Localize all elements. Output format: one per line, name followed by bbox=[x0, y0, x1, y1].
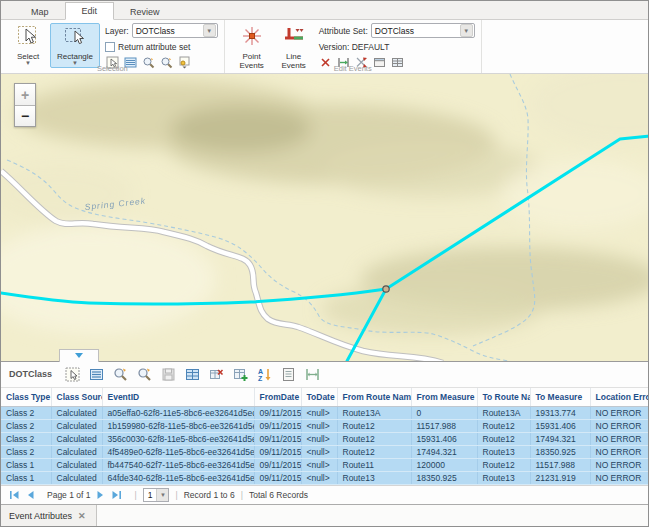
route-junction-marker[interactable] bbox=[383, 286, 389, 292]
table-cell: Class 2 bbox=[1, 433, 51, 446]
fit-columns-icon[interactable] bbox=[304, 366, 321, 382]
table-cell: 09/11/2015 bbox=[254, 420, 301, 433]
column-header[interactable]: To Measure bbox=[530, 388, 590, 407]
table-cell: fb447540-62f7-11e5-8bc6-ee32641d5ec9 bbox=[102, 459, 254, 472]
layer-combobox[interactable]: DOTClass ▼ bbox=[132, 23, 218, 38]
return-attribute-set-checkbox[interactable] bbox=[105, 42, 115, 52]
table-body: Class 2Calculateda05effa0-62f8-11e5-8bc6… bbox=[1, 407, 648, 485]
save-icon[interactable] bbox=[160, 366, 177, 382]
table-row[interactable]: Class 1Calculatedfb447540-62f7-11e5-8bc6… bbox=[1, 459, 648, 472]
tab-map[interactable]: Map bbox=[15, 4, 65, 20]
bottom-tabbar: Event Attributes ✕ bbox=[1, 504, 648, 526]
edit-events-group-label: Edit Events bbox=[225, 64, 481, 73]
table-cell: 0 bbox=[411, 407, 477, 420]
page-select[interactable]: 1 ▼ bbox=[143, 488, 170, 502]
column-header[interactable]: EventID bbox=[102, 388, 254, 407]
basemap: Spring Creek bbox=[1, 74, 648, 361]
table-cell: 17494.321 bbox=[411, 446, 477, 459]
table-cell: 356c0030-62f8-11e5-8bc6-ee32641d5ec9 bbox=[102, 433, 254, 446]
return-attribute-set-label: Return attribute set bbox=[118, 42, 190, 52]
attribute-panel: DOTClass bbox=[1, 361, 648, 505]
table-row[interactable]: Class 2Calculated1b159980-62f8-11e5-8bc6… bbox=[1, 420, 648, 433]
column-header[interactable]: Class Type bbox=[1, 388, 51, 407]
table-cell: 09/11/2015 bbox=[254, 459, 301, 472]
table-cell: NO ERROR bbox=[590, 433, 648, 446]
select-features-icon[interactable] bbox=[64, 366, 81, 382]
table-cell: Route12 bbox=[337, 446, 411, 459]
select-tool-icon bbox=[17, 25, 39, 51]
table-row[interactable]: Class 2Calculated4f5489e0-62f8-11e5-8bc6… bbox=[1, 446, 648, 459]
column-header[interactable]: To Route Name bbox=[477, 388, 530, 407]
column-header[interactable]: Class Source bbox=[51, 388, 102, 407]
column-header[interactable]: From Route Name bbox=[337, 388, 411, 407]
table-cell: a05effa0-62f8-11e5-8bc6-ee32641d5ec9 bbox=[102, 407, 254, 420]
column-header[interactable]: From Measure bbox=[411, 388, 477, 407]
options-menu-icon[interactable] bbox=[88, 366, 105, 382]
table-cell: Route12 bbox=[337, 420, 411, 433]
page-select-value: 1 bbox=[144, 490, 157, 500]
column-header[interactable]: FromDate bbox=[254, 388, 301, 407]
sort-icon[interactable]: AZ bbox=[256, 366, 273, 382]
next-page-button[interactable] bbox=[96, 490, 105, 500]
pagination-separator: | bbox=[175, 490, 177, 500]
table-cell: NO ERROR bbox=[590, 472, 648, 485]
select-button[interactable]: Select ▼ bbox=[8, 23, 48, 68]
selection-group-label: Selection bbox=[1, 64, 224, 73]
table-cell: 09/11/2015 bbox=[254, 472, 301, 485]
table-cell: Class 1 bbox=[1, 472, 51, 485]
zoom-in-button[interactable]: + bbox=[15, 84, 35, 105]
table-cell: <null> bbox=[301, 472, 337, 485]
table-cell: NO ERROR bbox=[590, 407, 648, 420]
tab-event-attributes[interactable]: Event Attributes ✕ bbox=[1, 505, 97, 526]
table-cell: 15931.406 bbox=[530, 420, 590, 433]
table-row[interactable]: Class 2Calculated356c0030-62f8-11e5-8bc6… bbox=[1, 433, 648, 446]
table-cell: 09/11/2015 bbox=[254, 407, 301, 420]
attribute-set-label: Attribute Set: bbox=[319, 26, 368, 36]
page-select-dropdown-icon[interactable]: ▼ bbox=[156, 489, 168, 501]
layer-dropdown-icon[interactable]: ▼ bbox=[203, 24, 216, 37]
table-cell: Route12 bbox=[477, 459, 530, 472]
add-record-icon[interactable] bbox=[232, 366, 249, 382]
table-cell: 11517.988 bbox=[411, 420, 477, 433]
column-header[interactable]: ToDate bbox=[301, 388, 337, 407]
column-header[interactable]: Location Error bbox=[590, 388, 648, 407]
table-row[interactable]: Class 1Calculated64fde340-62f8-11e5-8bc6… bbox=[1, 472, 648, 485]
last-page-button[interactable] bbox=[111, 490, 122, 500]
attribute-set-dropdown-icon[interactable]: ▼ bbox=[460, 24, 473, 37]
table-cell: 19313.774 bbox=[530, 407, 590, 420]
svg-text:A: A bbox=[258, 368, 263, 375]
table-cell: 4f5489e0-62f8-11e5-8bc6-ee32641d5ec9 bbox=[102, 446, 254, 459]
switch-table-icon[interactable] bbox=[184, 366, 201, 382]
rectangle-button[interactable]: Rectangle ▼ bbox=[50, 23, 100, 68]
panel-collapse-button[interactable] bbox=[59, 349, 99, 362]
previous-page-button[interactable] bbox=[26, 490, 35, 500]
line-events-icon bbox=[283, 25, 305, 51]
tab-review[interactable]: Review bbox=[114, 4, 176, 20]
clear-selection-icon[interactable] bbox=[208, 366, 225, 382]
zoom-to-selection-icon[interactable] bbox=[112, 366, 129, 382]
layer-label: Layer: bbox=[105, 26, 129, 36]
chevron-down-icon bbox=[74, 352, 84, 359]
first-page-button[interactable] bbox=[9, 490, 20, 500]
table-cell: Calculated bbox=[51, 433, 102, 446]
panel-title: DOTClass bbox=[9, 369, 52, 379]
table-cell: <null> bbox=[301, 446, 337, 459]
ribbon-tabbar: Map Edit Review bbox=[1, 1, 648, 20]
pan-to-selection-icon[interactable] bbox=[136, 366, 153, 382]
table-cell: Class 2 bbox=[1, 446, 51, 459]
attributes-form-icon[interactable] bbox=[280, 366, 297, 382]
rectangle-tool-icon bbox=[64, 25, 86, 51]
tab-edit[interactable]: Edit bbox=[65, 2, 115, 20]
table-cell: <null> bbox=[301, 420, 337, 433]
table-cell: 09/11/2015 bbox=[254, 433, 301, 446]
attribute-set-combobox[interactable]: DOTClass ▼ bbox=[371, 23, 475, 38]
table-cell: 18350.925 bbox=[530, 446, 590, 459]
zoom-out-button[interactable]: − bbox=[15, 105, 35, 126]
svg-text:Z: Z bbox=[258, 375, 263, 382]
map-canvas[interactable]: Spring Creek + − bbox=[1, 74, 648, 361]
table-row[interactable]: Class 2Calculateda05effa0-62f8-11e5-8bc6… bbox=[1, 407, 648, 420]
table-cell: Calculated bbox=[51, 472, 102, 485]
close-tab-icon[interactable]: ✕ bbox=[78, 511, 86, 521]
total-records-text: Total 6 Records bbox=[249, 490, 308, 500]
pagination-separator: | bbox=[134, 490, 136, 500]
